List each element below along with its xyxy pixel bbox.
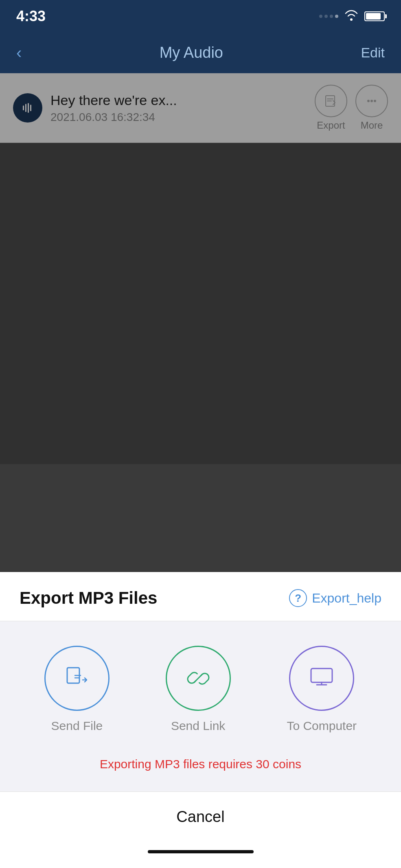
help-icon: ?	[289, 589, 307, 607]
page-title: My Audio	[160, 44, 223, 61]
help-label: Export_help	[312, 591, 381, 606]
wifi-icon	[344, 9, 359, 24]
send-file-option[interactable]: Send File	[44, 646, 110, 733]
battery-icon	[364, 11, 385, 21]
export-options: Send File Send Link To Computer	[0, 621, 401, 753]
status-bar: 4:33	[0, 0, 401, 33]
status-time: 4:33	[16, 8, 46, 25]
back-button[interactable]: ‹	[16, 44, 22, 62]
cancel-button[interactable]: Cancel	[176, 808, 224, 825]
home-bar	[148, 850, 254, 853]
bottom-sheet: Export MP3 Files ? Export_help Send File	[0, 572, 401, 868]
send-link-icon-circle	[166, 646, 231, 711]
main-content: Hey there we're ex... 2021.06.03 16:32:3…	[0, 73, 401, 464]
nav-bar: ‹ My Audio Edit	[0, 33, 401, 73]
export-sheet-title: Export MP3 Files	[20, 588, 157, 608]
status-icons	[319, 9, 385, 24]
coins-warning-text: Exporting MP3 files requires 30 coins	[100, 757, 301, 771]
export-help-button[interactable]: ? Export_help	[289, 589, 381, 607]
home-indicator-area	[0, 842, 401, 868]
to-computer-icon-circle	[289, 646, 354, 711]
cancel-section: Cancel	[0, 791, 401, 842]
to-computer-option[interactable]: To Computer	[287, 646, 357, 733]
signal-icon	[319, 15, 338, 18]
send-file-label: Send File	[51, 719, 103, 733]
coins-warning: Exporting MP3 files requires 30 coins	[0, 753, 401, 791]
export-header: Export MP3 Files ? Export_help	[0, 572, 401, 621]
send-link-label: Send Link	[171, 719, 225, 733]
svg-rect-9	[311, 669, 332, 682]
to-computer-label: To Computer	[287, 719, 357, 733]
send-link-option[interactable]: Send Link	[166, 646, 231, 733]
send-file-icon-circle	[44, 646, 110, 711]
edit-button[interactable]: Edit	[361, 45, 385, 61]
dark-overlay	[0, 73, 401, 464]
